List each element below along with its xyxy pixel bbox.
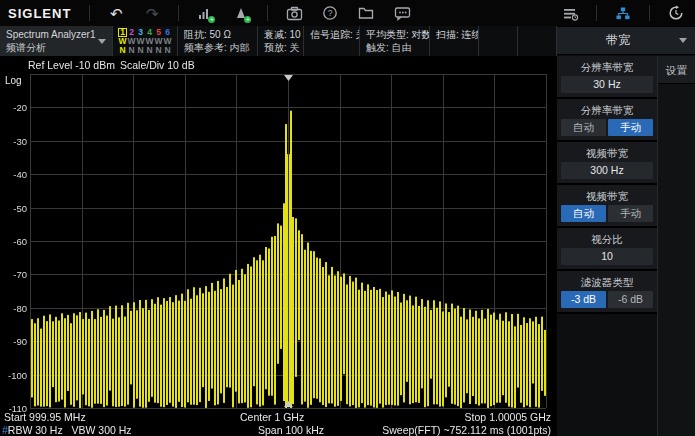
status-cell[interactable]: 扫描: 连续 <box>430 26 479 56</box>
status-text: 预放: 关 <box>264 41 297 54</box>
panel-item-value[interactable]: 300 Hz <box>561 162 653 179</box>
screenshot-camera-icon[interactable] <box>281 2 307 24</box>
sweep-time-label[interactable]: Sweep(FFT) ~752.112 ms (1001pts) <box>382 424 551 436</box>
panel-item-label: 视频带宽 <box>561 188 653 205</box>
y-tick-label: -80 <box>1 303 27 314</box>
top-toolbar: SIGLENT ↶ ↷ + + <box>0 0 695 26</box>
undo-icon[interactable]: ↶ <box>103 2 129 24</box>
help-icon[interactable]: ? <box>317 2 343 24</box>
file-folder-icon[interactable] <box>353 2 379 24</box>
toolbar-divider <box>178 5 179 21</box>
panel-toggle: -3 dB-6 dB <box>561 291 653 308</box>
ref-level-label[interactable]: Ref Level -10 dBm <box>28 59 115 71</box>
y-axis-type-label: Log <box>5 75 22 86</box>
toggle-option[interactable]: 手动 <box>608 205 653 222</box>
toolbar-divider <box>649 5 650 21</box>
network-icon[interactable] <box>610 2 636 24</box>
y-tick-label: -20 <box>1 102 27 113</box>
status-text: 衰减: 10 dB <box>264 28 297 41</box>
spectrum-display: Ref Level -10 dBm Scale/Div 10 dB Log -2… <box>0 56 557 436</box>
panel-item-list: 分辨率带宽30 Hz分辨率带宽自动手动视频带宽300 Hz视频带宽自动手动视分比… <box>557 56 657 314</box>
status-text: 信号追踪: 关 <box>310 28 353 41</box>
toggle-option[interactable]: -3 dB <box>561 291 606 308</box>
status-text: 触发: 自由 <box>366 41 423 54</box>
siglent-logo: SIGLENT <box>8 6 71 21</box>
panel-item-3: 视频带宽自动手动 <box>557 185 657 228</box>
panel-side-strip: 设置 <box>657 56 695 436</box>
y-tick-label: -90 <box>1 336 27 347</box>
spectrum-analyzer-window: SIGLENT ↶ ↷ + + <box>0 0 695 436</box>
y-tick-label: -60 <box>1 236 27 247</box>
chevron-down-icon <box>679 38 687 43</box>
toolbar-divider <box>267 5 268 21</box>
center-freq-label[interactable]: Center 1 GHz <box>240 411 304 423</box>
panel-item-label: 视分比 <box>561 231 653 248</box>
y-tick-label: -40 <box>1 169 27 180</box>
panel-toggle: 自动手动 <box>561 119 653 136</box>
status-cell <box>518 26 557 56</box>
toggle-option[interactable]: 手动 <box>608 119 653 136</box>
panel-title: 带宽 <box>557 32 679 49</box>
task-list-icon[interactable] <box>557 2 583 24</box>
toggle-option[interactable]: 自动 <box>561 119 606 136</box>
panel-item-2: 视频带宽300 Hz <box>557 142 657 185</box>
panel-item-value[interactable]: 10 <box>561 248 653 265</box>
status-text: 平均类型: 对数功率 <box>366 28 423 41</box>
status-cell[interactable]: 衰减: 10 dB预放: 关 <box>258 26 304 56</box>
redo-icon[interactable]: ↷ <box>139 2 165 24</box>
toolbar-divider <box>89 5 90 21</box>
start-freq-label[interactable]: Start 999.95 MHz <box>4 411 86 423</box>
stop-freq-label[interactable]: Stop 1.00005 GHz <box>465 411 551 423</box>
status-text: 扫描: 连续 <box>436 28 472 41</box>
trace-detector-flag: N <box>118 46 127 55</box>
analyzer-mode: 频谱分析 <box>6 41 98 54</box>
toggle-option[interactable]: 自动 <box>561 205 606 222</box>
analyzer-name: Spectrum Analyzer1 <box>6 28 98 41</box>
panel-item-label: 滤波器类型 <box>561 274 653 291</box>
analyzer-selector[interactable]: Spectrum Analyzer1 频谱分析 <box>0 26 113 56</box>
rbw-vbw-label[interactable]: #RBW 30 Hz VBW 300 Hz <box>2 424 132 436</box>
history-icon[interactable] <box>663 2 689 24</box>
message-icon[interactable] <box>389 2 415 24</box>
settings-tab[interactable]: 设置 <box>658 56 695 84</box>
bandwidth-menu-panel: 带宽 分辨率带宽30 Hz分辨率带宽自动手动视频带宽300 Hz视频带宽自动手动… <box>557 27 695 436</box>
toolbar-divider <box>596 5 597 21</box>
panel-header[interactable]: 带宽 <box>557 27 695 55</box>
y-tick-label: -30 <box>1 136 27 147</box>
panel-toggle: 自动手动 <box>561 205 653 222</box>
scale-div-label[interactable]: Scale/Div 10 dB <box>120 59 195 71</box>
y-tick-label: -50 <box>1 203 27 214</box>
trace-detector-flag: N <box>127 46 136 55</box>
status-cell <box>479 26 518 56</box>
status-cell[interactable]: 信号追踪: 关 <box>304 26 360 56</box>
peak-search-icon[interactable]: + <box>228 2 254 24</box>
trace-indicators[interactable]: 123456WWWWWWNNNNNN <box>113 26 178 56</box>
panel-item-value[interactable]: 30 Hz <box>561 76 653 93</box>
panel-item-0: 分辨率带宽30 Hz <box>557 56 657 99</box>
panel-item-4: 视分比10 <box>557 228 657 271</box>
panel-item-1: 分辨率带宽自动手动 <box>557 99 657 142</box>
status-text: 频率参考: 内部 <box>184 41 251 54</box>
status-text: 阻抗: 50 Ω <box>184 28 251 41</box>
panel-item-label: 视频带宽 <box>561 145 653 162</box>
toggle-option[interactable]: -6 dB <box>608 291 653 308</box>
span-label[interactable]: Span 100 kHz <box>258 424 324 436</box>
trace-detector-flag: N <box>163 46 172 55</box>
trace-detector-flag: N <box>154 46 163 55</box>
status-cell[interactable]: 阻抗: 50 Ω频率参考: 内部 <box>178 26 258 56</box>
panel-item-5: 滤波器类型-3 dB-6 dB <box>557 271 657 314</box>
status-bar: Spectrum Analyzer1 频谱分析 123456WWWWWWNNNN… <box>0 26 557 56</box>
y-tick-label: -100 <box>1 370 27 381</box>
panel-item-label: 分辨率带宽 <box>561 59 653 76</box>
svg-text:?: ? <box>328 8 333 18</box>
trace-detector-flag: N <box>145 46 154 55</box>
signal-add-icon[interactable]: + <box>192 2 218 24</box>
status-cell[interactable]: 平均类型: 对数功率触发: 自由 <box>360 26 430 56</box>
y-tick-label: -70 <box>1 269 27 280</box>
spectrum-plot[interactable] <box>0 56 557 436</box>
trace-detector-flag: N <box>136 46 145 55</box>
chevron-down-icon <box>98 39 106 44</box>
panel-item-label: 分辨率带宽 <box>561 102 653 119</box>
